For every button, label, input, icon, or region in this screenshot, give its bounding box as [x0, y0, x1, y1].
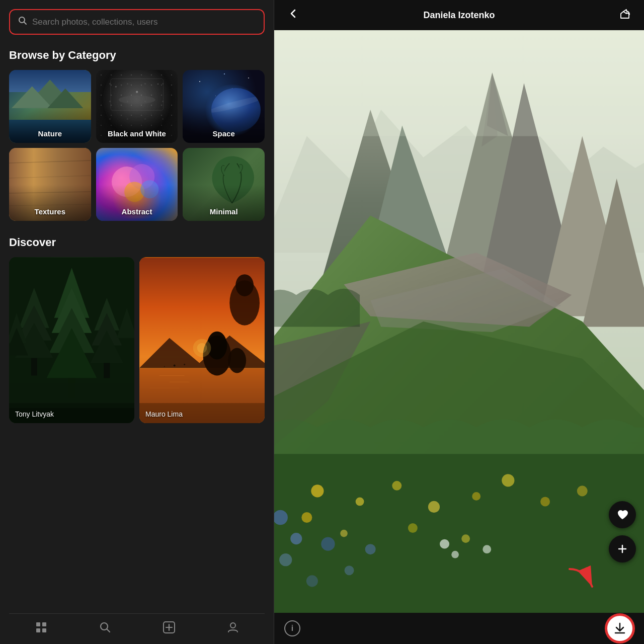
svg-rect-57	[42, 622, 46, 626]
svg-point-97	[365, 544, 376, 554]
info-icon: i	[291, 624, 293, 633]
download-button[interactable]	[606, 614, 634, 642]
photo-bottom-bar: i	[274, 613, 644, 644]
svg-point-95	[290, 533, 302, 544]
category-card-textures[interactable]: Textures	[9, 148, 91, 221]
svg-point-93	[461, 534, 470, 543]
info-button[interactable]: i	[284, 620, 300, 636]
category-label-minimal: Minimal	[183, 202, 265, 221]
add-to-collection-button[interactable]	[609, 535, 636, 562]
svg-line-13	[9, 192, 91, 193]
svg-point-54	[164, 366, 165, 367]
svg-point-102	[451, 551, 459, 558]
search-input[interactable]	[32, 17, 256, 27]
category-grid: Nature Black and White	[9, 70, 265, 221]
search-icon	[18, 16, 27, 28]
tab-profile[interactable]	[226, 621, 239, 634]
discover-card-mauro[interactable]: Mauro Lima	[139, 257, 265, 423]
right-header: Daniela Izotenko	[274, 0, 644, 30]
category-card-space[interactable]: Space	[183, 70, 265, 143]
svg-point-83	[356, 498, 364, 506]
action-buttons	[609, 501, 636, 562]
tab-bar	[9, 613, 265, 644]
svg-point-103	[482, 545, 491, 553]
svg-point-17	[124, 182, 144, 202]
share-button[interactable]	[616, 9, 634, 22]
back-button[interactable]	[284, 9, 302, 22]
search-bar[interactable]	[9, 9, 265, 35]
svg-point-90	[577, 486, 588, 496]
svg-rect-28	[31, 358, 37, 376]
svg-rect-56	[36, 622, 40, 626]
svg-point-84	[301, 512, 312, 523]
svg-point-16	[129, 164, 154, 189]
category-label-textures: Textures	[9, 202, 91, 221]
category-card-bw[interactable]: Black and White	[96, 70, 178, 143]
tab-add[interactable]	[163, 621, 176, 634]
tony-label: Tony Litvyak	[15, 410, 54, 418]
tab-search[interactable]	[99, 621, 112, 634]
svg-point-91	[340, 530, 348, 537]
svg-rect-37	[9, 383, 134, 408]
svg-rect-32	[104, 363, 110, 378]
svg-point-7	[157, 84, 158, 85]
category-label-bw: Black and White	[96, 124, 178, 143]
svg-point-53	[184, 364, 185, 365]
svg-point-92	[408, 523, 418, 533]
svg-line-61	[107, 629, 110, 632]
svg-point-101	[440, 539, 449, 549]
svg-rect-104	[274, 30, 644, 136]
category-card-minimal[interactable]: Minimal	[183, 148, 265, 221]
category-label-abstract: Abstract	[96, 202, 178, 221]
discover-grid: Tony Litvyak	[9, 257, 265, 613]
svg-point-100	[306, 575, 318, 587]
category-label-space: Space	[183, 124, 265, 143]
svg-rect-9	[111, 79, 164, 111]
photo-container	[274, 30, 644, 613]
svg-point-46	[235, 274, 254, 296]
svg-point-8	[118, 96, 155, 104]
svg-point-48	[197, 343, 207, 353]
discover-card-tony[interactable]: Tony Litvyak	[9, 257, 134, 423]
svg-point-86	[428, 501, 440, 513]
tab-home[interactable]	[35, 621, 48, 634]
svg-point-82	[311, 485, 324, 497]
category-label-nature: Nature	[9, 124, 91, 143]
svg-point-18	[140, 180, 158, 198]
category-card-nature[interactable]: Nature	[9, 70, 91, 143]
svg-point-96	[321, 537, 335, 550]
discover-title: Discover	[9, 236, 265, 249]
svg-line-1	[24, 22, 27, 25]
svg-point-98	[279, 553, 292, 566]
like-button[interactable]	[609, 501, 636, 528]
svg-point-44	[228, 348, 246, 373]
svg-rect-59	[42, 628, 46, 632]
svg-point-52	[174, 364, 176, 366]
photographer-name: Daniela Izotenko	[302, 10, 616, 21]
svg-point-5	[136, 91, 138, 93]
svg-point-87	[472, 492, 480, 501]
red-arrow-indicator	[565, 561, 600, 599]
right-panel: Daniela Izotenko	[274, 0, 644, 644]
browse-title: Browse by Category	[9, 49, 265, 62]
svg-point-88	[502, 474, 514, 487]
svg-point-89	[540, 497, 550, 506]
svg-rect-58	[36, 628, 40, 632]
svg-point-6	[115, 86, 117, 88]
svg-point-85	[392, 481, 401, 491]
svg-point-99	[345, 566, 354, 575]
left-panel: Browse by Category Nature Black and	[0, 0, 274, 644]
category-card-abstract[interactable]: Abstract	[96, 148, 178, 221]
mauro-label: Mauro Lima	[145, 410, 183, 418]
svg-point-65	[230, 623, 235, 628]
